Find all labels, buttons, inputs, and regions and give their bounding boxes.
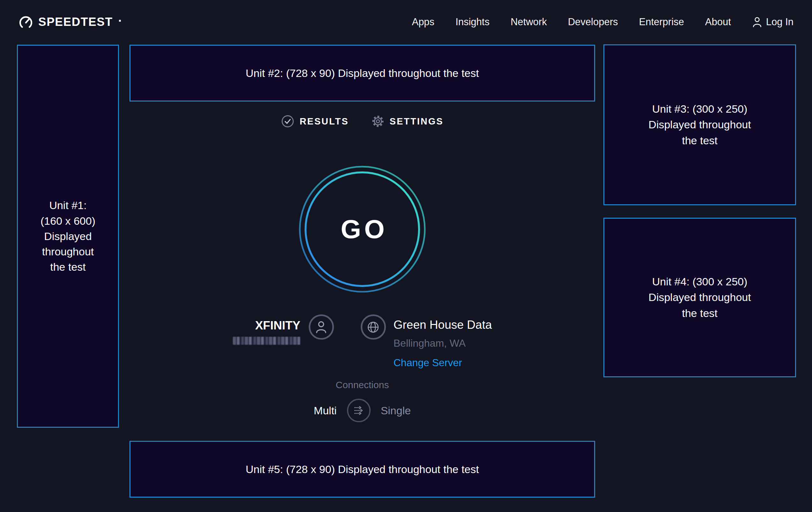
speedometer-gauge-icon	[19, 15, 33, 29]
login-link[interactable]: Log In	[752, 16, 793, 28]
gear-icon	[371, 115, 385, 128]
logo-text: SPEEDTEST	[38, 15, 113, 29]
server-block: Green House Data Bellingham, WA Change S…	[394, 318, 492, 369]
isp-block: XFINITY	[233, 319, 300, 345]
connections-single-option[interactable]: Single	[381, 404, 411, 417]
connections-label: Connections	[129, 380, 595, 390]
nav-enterprise[interactable]: Enterprise	[639, 16, 684, 28]
isp-avatar	[309, 315, 334, 340]
tab-results-label: RESULTS	[299, 116, 349, 127]
isp-name: XFINITY	[255, 319, 300, 332]
ad-unit-1-skyscraper: Unit #1: (160 x 600) Displayed throughou…	[17, 45, 119, 428]
nav-about[interactable]: About	[705, 16, 731, 28]
server-location: Bellingham, WA	[394, 338, 466, 349]
server-name: Green House Data	[394, 318, 492, 332]
nav-apps[interactable]: Apps	[412, 16, 434, 28]
nav-network[interactable]: Network	[511, 16, 547, 28]
go-label: GO	[298, 165, 426, 293]
ad-unit-3-rectangle: Unit #3: (300 x 250) Displayed throughou…	[603, 44, 796, 205]
go-button[interactable]: GO	[298, 165, 426, 293]
tab-settings-label: SETTINGS	[390, 116, 444, 127]
test-panel: RESULTS SETTINGS	[129, 44, 595, 459]
check-circle-icon	[281, 115, 294, 128]
trademark-dot	[119, 20, 121, 22]
main-nav: Apps Insights Network Developers Enterpr…	[412, 16, 793, 28]
multi-arrows-icon	[352, 403, 366, 417]
tab-bar: RESULTS SETTINGS	[129, 115, 595, 128]
person-icon	[314, 320, 328, 335]
connection-meta: XFINITY Green House Data Bel	[129, 315, 595, 369]
ad-unit-4-rectangle: Unit #4: (300 x 250) Displayed throughou…	[603, 218, 796, 377]
change-server-link[interactable]: Change Server	[394, 357, 462, 369]
connections-toggle-row: Multi Single	[129, 399, 595, 422]
connections-toggle[interactable]	[347, 399, 371, 422]
nav-insights[interactable]: Insights	[456, 16, 490, 28]
nav-developers[interactable]: Developers	[568, 16, 618, 28]
server-avatar	[361, 315, 386, 340]
connections-section: Connections Multi Sin	[129, 380, 595, 422]
globe-icon	[366, 320, 380, 334]
isp-ip-redacted	[233, 337, 300, 345]
connections-multi-option[interactable]: Multi	[314, 404, 337, 417]
login-label: Log In	[766, 16, 793, 28]
user-icon	[752, 16, 762, 28]
speedtest-page: SPEEDTEST Apps Insights Network Develope…	[0, 0, 812, 512]
tab-results[interactable]: RESULTS	[281, 115, 349, 128]
header: SPEEDTEST Apps Insights Network Develope…	[0, 0, 812, 44]
logo[interactable]: SPEEDTEST	[19, 15, 121, 29]
tab-settings[interactable]: SETTINGS	[371, 115, 444, 128]
